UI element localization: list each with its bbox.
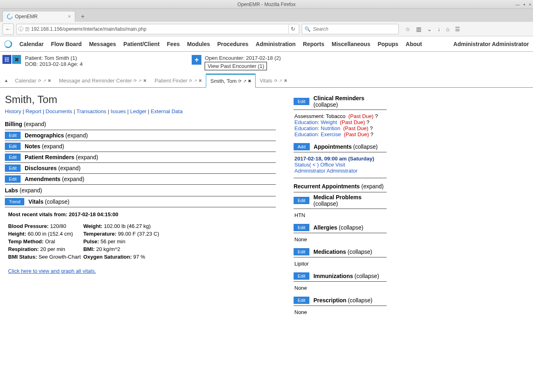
popout-icon[interactable]: ↗ xyxy=(194,78,197,83)
search-bar[interactable]: 🔍 xyxy=(302,24,399,34)
nav-back-button[interactable]: ← xyxy=(2,23,14,35)
edit-medprob-button[interactable]: Edit xyxy=(294,197,309,204)
edit-amendments-button[interactable]: Edit xyxy=(5,175,21,183)
vital-bmi-status: BMI Status: See Growth-Chart xyxy=(8,254,81,260)
close-tab-icon[interactable]: ✖ xyxy=(284,78,287,83)
appointment-status[interactable]: Status( < ) Office Visit xyxy=(294,162,386,168)
edit-reminders-button[interactable]: Edit xyxy=(5,154,21,161)
browser-tab[interactable]: OpenEMR × xyxy=(2,11,75,22)
appointment-date[interactable]: 2017-02-18, 09:00 am (Saturday) xyxy=(294,156,386,162)
menu-popups[interactable]: Popups xyxy=(378,41,398,47)
link-external[interactable]: External Data xyxy=(151,108,183,114)
section-labs[interactable]: Labs (expand) xyxy=(5,185,276,196)
vital-respiration: Respiration: 20 per min xyxy=(8,246,81,252)
link-history[interactable]: History xyxy=(5,108,21,114)
url-bar[interactable]: i ⚿ ↻ xyxy=(16,24,299,34)
edit-notes-button[interactable]: Edit xyxy=(5,143,21,150)
close-patient-icon[interactable]: ✖ xyxy=(12,55,21,64)
link-transactions[interactable]: Transactions xyxy=(76,108,106,114)
vital-oxygen: Oxygen Saturation: 97 % xyxy=(83,254,159,260)
info-icon[interactable]: i xyxy=(18,26,23,32)
caret-up-icon[interactable]: ▲ xyxy=(4,78,8,83)
pocket-icon[interactable]: ⌄ xyxy=(427,26,432,32)
menu-calendar[interactable]: Calendar xyxy=(19,41,44,47)
link-report[interactable]: Report xyxy=(25,108,41,114)
edit-rx-button[interactable]: Edit xyxy=(294,297,309,304)
menu-procedures[interactable]: Procedures xyxy=(217,41,248,47)
edit-clinical-button[interactable]: Edit xyxy=(294,98,309,105)
edit-allergies-button[interactable]: Edit xyxy=(294,224,309,231)
menu-fees[interactable]: Fees xyxy=(167,41,180,47)
refresh-icon[interactable]: ⟳ xyxy=(274,78,277,83)
menu-misc[interactable]: Miscellaneous xyxy=(332,41,370,47)
new-tab-button[interactable]: + xyxy=(78,11,88,22)
section-allergies: Edit Allergies (collapse) xyxy=(294,222,387,233)
right-column: Edit Clinical Reminders (collapse) Asses… xyxy=(294,93,387,319)
downloads-icon[interactable]: ↓ xyxy=(438,26,440,32)
tab-messages[interactable]: Message and Reminder Center ⟳ ↗ ✖ xyxy=(55,74,151,87)
menu-messages[interactable]: Messages xyxy=(89,41,116,47)
tab-patient-finder[interactable]: Patient Finder ⟳ ↗ ✖ xyxy=(150,74,206,87)
vital-temp-method: Temp Method: Oral xyxy=(8,238,81,244)
link-ledger[interactable]: Ledger xyxy=(130,108,146,114)
menu-flowboard[interactable]: Flow Board xyxy=(51,41,82,47)
minimize-icon[interactable]: — xyxy=(515,2,520,7)
close-tab-icon[interactable]: ✖ xyxy=(48,78,51,83)
tab-calendar[interactable]: Calendar ⟳ ↗ ✖ xyxy=(11,74,55,87)
menu-modules[interactable]: Modules xyxy=(187,41,210,47)
encounter-info: + Open Encounter: 2017-02-18 (2) View Pa… xyxy=(192,55,281,70)
menu-icon[interactable]: ☰ xyxy=(455,26,460,32)
section-billing[interactable]: Billing (expand) xyxy=(5,118,276,130)
window-title: OpenEMR - Mozilla Firefox xyxy=(237,2,296,7)
encounter-value[interactable]: 2017-02-18 (2) xyxy=(246,55,281,61)
app-logo-icon[interactable] xyxy=(4,40,12,48)
tab-close-icon[interactable]: × xyxy=(68,14,71,19)
patient-name[interactable]: Tom Smith (1) xyxy=(44,55,77,61)
menu-reports[interactable]: Reports xyxy=(303,41,324,47)
section-recurrent-appts[interactable]: Recurrent Appointments (expand) xyxy=(294,181,387,192)
menu-about[interactable]: About xyxy=(406,41,422,47)
close-icon[interactable]: × xyxy=(529,2,531,7)
close-tab-icon[interactable]: ✖ xyxy=(143,78,146,83)
section-prescription: Edit Prescription (collapse) xyxy=(294,295,387,306)
clipboard-icon[interactable]: ☷ xyxy=(2,55,11,64)
home-icon[interactable]: ⌂ xyxy=(446,26,449,32)
maximize-icon[interactable]: + xyxy=(523,2,525,7)
menu-patient[interactable]: Patient/Client xyxy=(123,41,159,47)
edit-imm-button[interactable]: Edit xyxy=(294,272,309,280)
popout-icon[interactable]: ↗ xyxy=(43,78,46,83)
popout-icon[interactable]: ↗ xyxy=(243,79,246,83)
app-menubar: Calendar Flow Board Messages Patient/Cli… xyxy=(0,36,533,52)
view-past-encounter-button[interactable]: View Past Encounter (1) xyxy=(205,62,267,70)
popout-icon[interactable]: ↗ xyxy=(138,78,142,83)
url-input[interactable] xyxy=(31,26,287,32)
close-tab-icon[interactable]: ✖ xyxy=(199,78,202,83)
trend-vitals-button[interactable]: Trend xyxy=(5,198,24,205)
edit-meds-button[interactable]: Edit xyxy=(294,248,309,255)
edit-disclosures-button[interactable]: Edit xyxy=(5,164,21,172)
search-input[interactable] xyxy=(313,26,396,32)
add-appointment-button[interactable]: Add xyxy=(294,143,310,150)
page-title: Smith, Tom xyxy=(5,93,276,106)
link-documents[interactable]: Documents xyxy=(46,108,72,114)
appointment-provider[interactable]: Administrator Administrator xyxy=(294,168,386,174)
tab-smith-tom[interactable]: Smith, Tom ⟳ ↗ ✖ xyxy=(206,74,256,88)
lock-icon: ⚿ xyxy=(25,27,30,32)
tab-vitals[interactable]: Vitals ⟳ ↗ ✖ xyxy=(256,74,291,87)
refresh-icon[interactable]: ⟳ xyxy=(133,78,137,83)
vital-pulse: Pulse: 56 per min xyxy=(83,238,159,244)
popout-icon[interactable]: ↗ xyxy=(279,78,282,83)
new-encounter-button[interactable]: + xyxy=(192,55,201,65)
current-user[interactable]: Administrator Administrator xyxy=(453,41,529,47)
refresh-icon[interactable]: ⟳ xyxy=(189,78,192,83)
refresh-icon[interactable]: ↻ xyxy=(288,25,297,34)
bookmark-star-icon[interactable]: ☆ xyxy=(405,26,410,32)
refresh-icon[interactable]: ⟳ xyxy=(238,79,241,83)
menu-admin[interactable]: Administration xyxy=(256,41,296,47)
edit-demographics-button[interactable]: Edit xyxy=(5,132,21,139)
close-tab-icon[interactable]: ✖ xyxy=(248,79,251,83)
refresh-icon[interactable]: ⟳ xyxy=(38,78,41,83)
link-issues[interactable]: Issues xyxy=(111,108,126,114)
library-icon[interactable]: ▥ xyxy=(416,26,421,32)
vitals-link[interactable]: Click here to view and graph all vitals. xyxy=(8,268,273,274)
